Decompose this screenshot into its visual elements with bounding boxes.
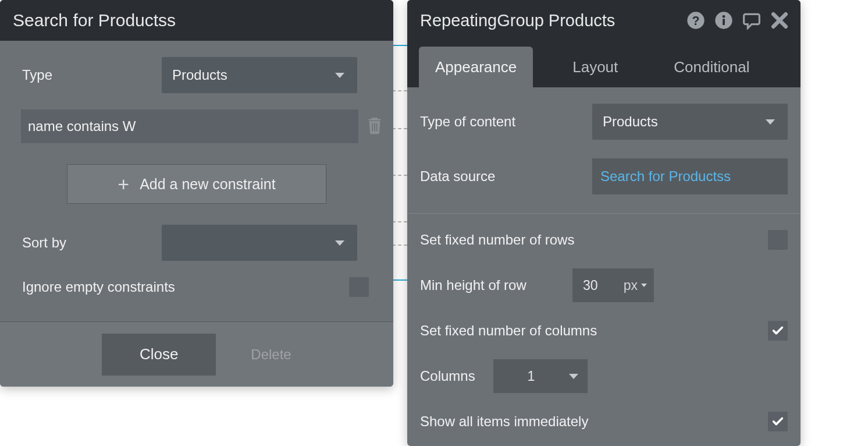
canvas-dashed-line bbox=[392, 245, 407, 246]
delete-button[interactable]: Delete bbox=[251, 346, 291, 363]
type-of-content-label: Type of content bbox=[420, 114, 515, 130]
element-property-panel: RepeatingGroup Products ? Appearance Lay… bbox=[407, 0, 801, 446]
trash-icon[interactable] bbox=[367, 115, 383, 137]
fixed-cols-checkbox[interactable] bbox=[768, 321, 788, 341]
data-source-expression[interactable]: Search for Productss bbox=[592, 158, 788, 194]
columns-value: 1 bbox=[493, 369, 569, 384]
constraint-expression-text: name contains W bbox=[28, 118, 136, 134]
svg-rect-3 bbox=[723, 19, 725, 25]
element-property-titlebar[interactable]: RepeatingGroup Products ? bbox=[407, 0, 801, 41]
appearance-section-divider bbox=[407, 213, 801, 214]
canvas-dashed-line bbox=[392, 221, 407, 222]
min-height-input[interactable]: 30 px bbox=[572, 268, 654, 302]
show-all-label: Show all items immediately bbox=[420, 413, 588, 430]
type-of-content-value: Products bbox=[603, 114, 658, 130]
close-icon[interactable] bbox=[770, 11, 789, 30]
type-label: Type bbox=[10, 67, 162, 83]
property-tabs: Appearance Layout Conditional bbox=[407, 41, 801, 87]
type-select-value: Products bbox=[172, 67, 227, 83]
sort-by-select[interactable] bbox=[162, 225, 357, 261]
min-height-unit-toggle[interactable]: px bbox=[624, 278, 647, 293]
search-editor-title: Search for Productss bbox=[13, 10, 380, 30]
canvas-guide-line bbox=[392, 279, 407, 281]
element-property-title: RepeatingGroup Products bbox=[420, 11, 615, 30]
min-height-unit-label: px bbox=[624, 278, 638, 293]
canvas-guide-line bbox=[392, 45, 407, 46]
add-constraint-label: Add a new constraint bbox=[140, 176, 275, 193]
data-source-label: Data source bbox=[420, 168, 495, 185]
show-all-checkbox[interactable] bbox=[768, 412, 788, 431]
canvas-dashed-line bbox=[392, 90, 407, 91]
tab-appearance-label: Appearance bbox=[435, 58, 517, 76]
sort-by-label: Sort by bbox=[10, 235, 162, 251]
tab-conditional[interactable]: Conditional bbox=[657, 47, 766, 87]
columns-select[interactable]: 1 bbox=[493, 359, 588, 393]
fixed-rows-checkbox[interactable] bbox=[768, 230, 788, 250]
add-constraint-button[interactable]: + Add a new constraint bbox=[67, 164, 326, 204]
type-select[interactable]: Products bbox=[162, 57, 357, 93]
min-height-label: Min height of row bbox=[420, 277, 572, 293]
chevron-down-icon bbox=[335, 73, 344, 78]
help-icon[interactable]: ? bbox=[686, 11, 705, 30]
tab-appearance[interactable]: Appearance bbox=[419, 47, 533, 87]
constraint-expression-input[interactable]: name contains W bbox=[21, 109, 358, 143]
ignore-empty-checkbox[interactable] bbox=[349, 277, 369, 297]
data-source-value: Search for Productss bbox=[600, 168, 731, 185]
svg-point-4 bbox=[723, 15, 725, 18]
chevron-down-icon bbox=[569, 374, 578, 379]
plus-icon: + bbox=[118, 174, 129, 194]
chevron-down-icon bbox=[641, 284, 647, 287]
tab-conditional-label: Conditional bbox=[674, 58, 749, 76]
info-icon[interactable] bbox=[714, 11, 733, 30]
fixed-cols-label: Set fixed number of columns bbox=[420, 323, 597, 339]
min-height-value: 30 bbox=[583, 278, 624, 293]
type-of-content-select[interactable]: Products bbox=[592, 104, 788, 140]
chevron-down-icon bbox=[766, 119, 775, 125]
search-editor-panel: Search for Productss Type Products name … bbox=[0, 0, 393, 387]
close-button-label: Close bbox=[140, 345, 178, 363]
canvas-dashed-line bbox=[392, 128, 407, 129]
svg-text:?: ? bbox=[692, 14, 699, 28]
canvas-dashed-line bbox=[392, 175, 407, 176]
search-editor-titlebar: Search for Productss bbox=[0, 0, 393, 41]
search-editor-footer: Close Delete bbox=[0, 321, 393, 387]
delete-button-label: Delete bbox=[251, 346, 291, 362]
comment-icon[interactable] bbox=[742, 11, 761, 30]
tab-layout[interactable]: Layout bbox=[556, 47, 634, 87]
ignore-empty-label: Ignore empty constraints bbox=[10, 279, 349, 295]
fixed-rows-label: Set fixed number of rows bbox=[420, 232, 574, 248]
tab-layout-label: Layout bbox=[572, 58, 618, 76]
columns-label: Columns bbox=[420, 368, 493, 384]
close-button[interactable]: Close bbox=[102, 334, 216, 376]
chevron-down-icon bbox=[335, 240, 344, 246]
